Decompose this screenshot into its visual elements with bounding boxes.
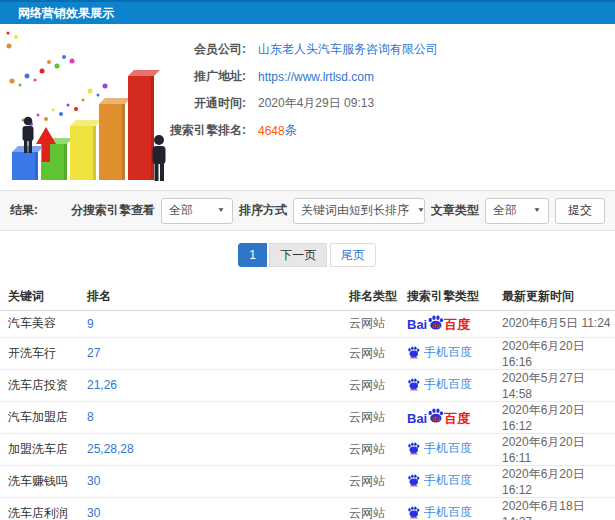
mobile-baidu-logo: 手机百度 <box>407 344 472 361</box>
rank-cell: 25,28,28 <box>85 433 347 465</box>
sort-select[interactable]: 关键词由短到长排序 ▼ <box>293 198 425 224</box>
article-type-select[interactable]: 全部 ▼ <box>485 198 549 224</box>
rank-cell: 8 <box>85 401 347 433</box>
result-label: 结果: <box>10 202 38 219</box>
rank-link[interactable]: 21,26 <box>87 378 117 392</box>
page-next-button[interactable]: 下一页 <box>269 243 327 267</box>
table-row: 洗车店投资21,26云网站手机百度2020年5月27日 14:58 <box>0 369 615 401</box>
baidu-logo: Baidu百度 <box>407 315 470 331</box>
mobile-baidu-label: 手机百度 <box>424 472 472 489</box>
table-header-cell: 排名 <box>85 283 347 310</box>
info-label: 会员公司: <box>158 41 246 58</box>
rank-cell: 9 <box>85 310 347 337</box>
mobile-baidu-logo: 手机百度 <box>407 440 472 457</box>
engine-cell: 手机百度 <box>405 337 500 369</box>
engine-filter-label: 分搜索引擎查看 <box>71 202 155 219</box>
updated-cell: 2020年6月20日 16:12 <box>500 465 615 497</box>
rank-link[interactable]: 9 <box>87 317 94 331</box>
baidu-paw-icon <box>407 474 420 486</box>
keyword-cell: 加盟洗车店 <box>0 433 85 465</box>
engine-cell: 手机百度 <box>405 369 500 401</box>
table-header-cell: 关键词 <box>0 283 85 310</box>
updated-cell: 2020年6月20日 16:16 <box>500 337 615 369</box>
header-bar: 网络营销效果展示 <box>0 0 615 24</box>
company-info: 会员公司:山东老人头汽车服务咨询有限公司推广地址:https://www.lrt… <box>158 36 588 144</box>
table-row: 汽车加盟店8云网站Baidu百度2020年6月20日 16:12 <box>0 401 615 433</box>
search-rank-value: 4648 <box>258 124 285 138</box>
bar-chart-illustration <box>2 30 177 185</box>
baidu-cn-text: 百度 <box>444 412 470 425</box>
table-row: 开洗车行27云网站手机百度2020年6月20日 16:16 <box>0 337 615 369</box>
svg-text:du: du <box>432 415 440 422</box>
engine-select-value: 全部 <box>169 202 193 219</box>
promo-url-link[interactable]: https://www.lrtlsd.com <box>258 70 374 84</box>
filter-controls: 分搜索引擎查看 全部 ▼ 排序方式 关键词由短到长排序 ▼ 文章类型 全部 ▼ … <box>71 198 605 224</box>
rank-link[interactable]: 25,28,28 <box>87 442 134 456</box>
rank-type-cell: 云网站 <box>347 369 405 401</box>
baidu-bai-text: Bai <box>407 412 427 425</box>
member-company-link[interactable]: 山东老人头汽车服务咨询有限公司 <box>258 41 438 58</box>
updated-cell: 2020年6月5日 11:24 <box>500 310 615 337</box>
table-row: 洗车店利润30云网站手机百度2020年6月18日 14:27 <box>0 497 615 520</box>
sort-select-value: 关键词由短到长排序 <box>301 202 409 219</box>
info-row: 搜索引擎排名:4648条 <box>158 117 588 144</box>
info-label: 搜索引擎排名: <box>158 122 246 139</box>
updated-cell: 2020年6月20日 16:12 <box>500 401 615 433</box>
table-header-cell: 搜索引擎类型 <box>405 283 500 310</box>
chevron-down-icon: ▼ <box>417 207 425 214</box>
page-last-button[interactable]: 尾页 <box>330 243 376 267</box>
table-row: 汽车美容9云网站Baidu百度2020年6月5日 11:24 <box>0 310 615 337</box>
updated-cell: 2020年5月27日 14:58 <box>500 369 615 401</box>
keyword-cell: 汽车美容 <box>0 310 85 337</box>
table-row: 加盟洗车店25,28,28云网站手机百度2020年6月20日 16:11 <box>0 433 615 465</box>
keyword-cell: 汽车加盟店 <box>0 401 85 433</box>
info-row: 会员公司:山东老人头汽车服务咨询有限公司 <box>158 36 588 63</box>
mobile-baidu-label: 手机百度 <box>424 504 472 520</box>
baidu-paw-icon <box>407 442 420 454</box>
baidu-paw-icon: du <box>427 408 444 424</box>
rank-cell: 30 <box>85 497 347 520</box>
rank-type-cell: 云网站 <box>347 310 405 337</box>
table-header-cell: 最新更新时间 <box>500 283 615 310</box>
baidu-paw-icon <box>407 346 420 358</box>
engine-cell: Baidu百度 <box>405 401 500 433</box>
engine-cell: 手机百度 <box>405 497 500 520</box>
article-type-select-value: 全部 <box>493 202 517 219</box>
rank-link[interactable]: 30 <box>87 506 100 520</box>
pagination: 1 下一页 尾页 <box>0 231 615 277</box>
article-type-label: 文章类型 <box>431 202 479 219</box>
page-current-button[interactable]: 1 <box>238 243 267 267</box>
info-row: 开通时间:2020年4月29日 09:13 <box>158 90 588 117</box>
rank-type-cell: 云网站 <box>347 497 405 520</box>
app-root: 网络营销效果展示 会员公司:山东老人头汽车服务咨询有限公司推广地址:https:… <box>0 0 615 520</box>
baidu-bai-text: Bai <box>407 318 427 331</box>
filter-bar: 结果: 分搜索引擎查看 全部 ▼ 排序方式 关键词由短到长排序 ▼ 文章类型 全… <box>0 190 615 231</box>
info-section: 会员公司:山东老人头汽车服务咨询有限公司推广地址:https://www.lrt… <box>0 24 615 190</box>
keyword-cell: 洗车店投资 <box>0 369 85 401</box>
baidu-paw-icon <box>407 506 420 518</box>
submit-button[interactable]: 提交 <box>555 198 605 224</box>
bar-chart-graphic <box>2 30 177 185</box>
info-label: 推广地址: <box>158 68 246 85</box>
info-row: 推广地址:https://www.lrtlsd.com <box>158 63 588 90</box>
updated-cell: 2020年6月18日 14:27 <box>500 497 615 520</box>
rank-link[interactable]: 8 <box>87 410 94 424</box>
rank-cell: 21,26 <box>85 369 347 401</box>
table-header-row: 关键词排名排名类型搜索引擎类型最新更新时间 <box>0 283 615 310</box>
keyword-cell: 洗车赚钱吗 <box>0 465 85 497</box>
results-table: 关键词排名排名类型搜索引擎类型最新更新时间 汽车美容9云网站Baidu百度202… <box>0 283 615 520</box>
rank-type-cell: 云网站 <box>347 337 405 369</box>
engine-select[interactable]: 全部 ▼ <box>161 198 233 224</box>
rank-type-cell: 云网站 <box>347 433 405 465</box>
sort-filter-label: 排序方式 <box>239 202 287 219</box>
mobile-baidu-label: 手机百度 <box>424 376 472 393</box>
mobile-baidu-logo: 手机百度 <box>407 504 472 520</box>
mobile-baidu-logo: 手机百度 <box>407 376 472 393</box>
mobile-baidu-logo: 手机百度 <box>407 472 472 489</box>
rank-type-cell: 云网站 <box>347 401 405 433</box>
rank-link[interactable]: 27 <box>87 346 100 360</box>
page-title: 网络营销效果展示 <box>18 6 114 20</box>
baidu-logo: Baidu百度 <box>407 408 470 424</box>
rank-link[interactable]: 30 <box>87 474 100 488</box>
updated-cell: 2020年6月20日 16:11 <box>500 433 615 465</box>
